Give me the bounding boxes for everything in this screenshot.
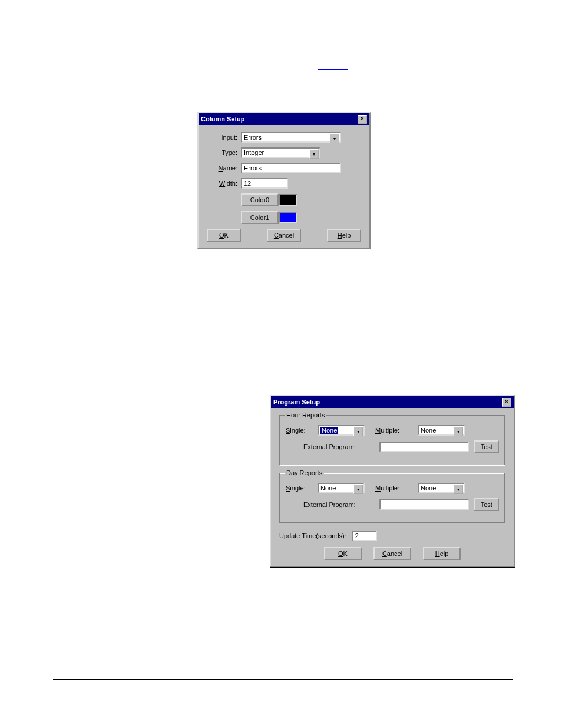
update-time-label: Update Time(seconds): <box>279 532 350 539</box>
day-single-value: None <box>320 485 336 492</box>
group-title-day: Day Reports <box>285 469 324 476</box>
help-button[interactable]: Help <box>327 229 361 242</box>
color1-swatch[interactable] <box>279 212 297 223</box>
hour-test-button[interactable]: Test <box>474 440 499 453</box>
name-input[interactable]: Errors <box>241 163 341 173</box>
update-time-input[interactable]: 2 <box>352 531 377 541</box>
chevron-down-icon[interactable]: ▾ <box>330 134 339 143</box>
single-label: Single: <box>286 485 318 492</box>
color1-button[interactable]: Color1 <box>241 211 279 224</box>
input-label: Input: <box>207 134 241 141</box>
hour-multiple-combo[interactable]: None ▾ <box>418 425 465 436</box>
name-value: Errors <box>244 164 262 172</box>
chevron-down-icon[interactable]: ▾ <box>454 485 463 494</box>
chevron-down-icon[interactable]: ▾ <box>353 485 363 494</box>
day-test-button[interactable]: Test <box>474 498 499 511</box>
hour-single-combo[interactable]: None ▾ <box>318 425 365 436</box>
type-label: Type: <box>207 149 241 156</box>
titlebar: Column Setup × <box>199 113 369 125</box>
dialog-title: Column Setup <box>201 116 245 123</box>
day-multiple-value: None <box>421 485 436 492</box>
close-icon[interactable]: × <box>502 398 511 407</box>
day-single-combo[interactable]: None ▾ <box>318 483 365 493</box>
cancel-button[interactable]: Cancel <box>373 547 411 560</box>
day-reports-group: Day Reports Single: None ▾ Multiple: Non… <box>279 473 505 523</box>
type-value: Integer <box>244 149 264 156</box>
input-value: Errors <box>244 134 262 141</box>
width-value: 12 <box>244 180 251 187</box>
multiple-label: Multiple: <box>365 427 418 434</box>
multiple-label: Multiple: <box>365 485 418 492</box>
width-input[interactable]: 12 <box>241 178 288 189</box>
color0-swatch[interactable] <box>279 194 297 206</box>
hour-external-input[interactable] <box>379 442 469 452</box>
color0-button[interactable]: Color0 <box>241 193 279 206</box>
cancel-button[interactable]: Cancel <box>267 229 301 242</box>
external-label: External Program: <box>286 501 379 508</box>
type-combo[interactable]: Integer ▾ <box>241 147 320 158</box>
day-external-input[interactable] <box>379 499 469 510</box>
dialog-title: Program Setup <box>273 398 320 406</box>
column-setup-dialog: Column Setup × Input: Errors ▾ Type: Int… <box>197 112 371 249</box>
chevron-down-icon[interactable]: ▾ <box>454 427 463 436</box>
titlebar: Program Setup × <box>271 396 514 408</box>
hour-multiple-value: None <box>421 427 436 434</box>
width-label: Width: <box>207 180 241 187</box>
group-title-hour: Hour Reports <box>285 411 326 419</box>
input-combo[interactable]: Errors ▾ <box>241 132 341 143</box>
help-button[interactable]: Help <box>423 547 461 560</box>
program-setup-dialog: Program Setup × Hour Reports Single: Non… <box>270 395 515 567</box>
hour-reports-group: Hour Reports Single: None ▾ Multiple: No… <box>279 415 505 466</box>
ok-button[interactable]: OK <box>324 547 362 560</box>
top-link[interactable] <box>318 68 348 70</box>
chevron-down-icon[interactable]: ▾ <box>353 427 363 436</box>
day-multiple-combo[interactable]: None ▾ <box>418 483 465 493</box>
close-icon[interactable]: × <box>358 115 367 124</box>
chevron-down-icon[interactable]: ▾ <box>309 149 319 159</box>
horizontal-rule <box>53 679 513 680</box>
update-time-value: 2 <box>355 532 359 539</box>
external-label: External Program: <box>286 443 379 450</box>
single-label: Single: <box>286 427 318 434</box>
hour-single-value: None <box>320 427 338 434</box>
name-label: Name: <box>207 164 241 172</box>
ok-button[interactable]: OK <box>207 229 241 242</box>
